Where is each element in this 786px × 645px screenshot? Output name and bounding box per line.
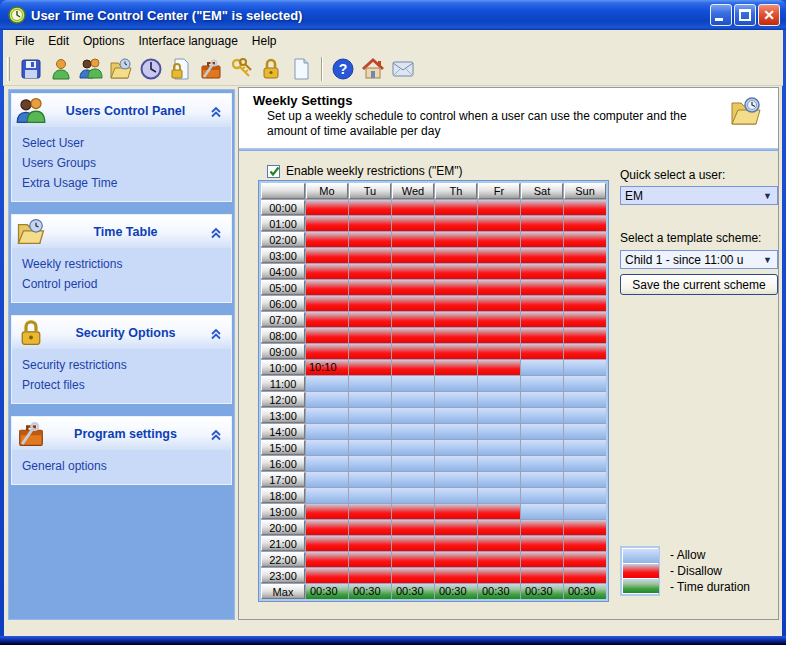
schedule-cell[interactable] — [478, 376, 520, 391]
schedule-cell[interactable] — [392, 488, 434, 503]
schedule-cell[interactable] — [478, 472, 520, 487]
schedule-cell[interactable] — [521, 264, 563, 279]
schedule-cell[interactable] — [306, 264, 348, 279]
schedule-cell[interactable] — [306, 536, 348, 551]
max-duration-cell[interactable]: 00:30 — [478, 584, 520, 599]
schedule-cell[interactable] — [392, 392, 434, 407]
schedule-cell[interactable] — [306, 408, 348, 423]
schedule-cell[interactable] — [521, 520, 563, 535]
max-duration-cell[interactable]: 00:30 — [435, 584, 477, 599]
menu-item-interface-language[interactable]: Interface language — [131, 32, 244, 50]
schedule-cell[interactable] — [349, 536, 391, 551]
schedule-cell[interactable] — [392, 232, 434, 247]
day-header-fr[interactable]: Fr — [478, 183, 520, 199]
maximize-button[interactable] — [734, 4, 756, 26]
users-button[interactable] — [76, 55, 106, 83]
hour-header-00-00[interactable]: 00:00 — [261, 200, 305, 215]
schedule-cell[interactable] — [392, 248, 434, 263]
schedule-cell[interactable] — [306, 472, 348, 487]
schedule-cell[interactable] — [564, 344, 606, 359]
schedule-cell[interactable] — [478, 280, 520, 295]
schedule-cell[interactable] — [306, 280, 348, 295]
schedule-cell[interactable] — [435, 568, 477, 583]
schedule-cell[interactable] — [392, 536, 434, 551]
schedule-cell[interactable] — [521, 568, 563, 583]
schedule-cell[interactable] — [306, 328, 348, 343]
schedule-cell[interactable] — [306, 392, 348, 407]
schedule-cell[interactable] — [306, 552, 348, 567]
template-scheme-dropdown[interactable]: Child 1 - since 11:00 u ▼ — [620, 250, 778, 269]
schedule-cell[interactable] — [435, 360, 477, 375]
schedule-cell[interactable] — [306, 248, 348, 263]
schedule-cell[interactable] — [564, 264, 606, 279]
schedule-cell[interactable] — [478, 360, 520, 375]
schedule-cell[interactable] — [435, 264, 477, 279]
schedule-cell[interactable] — [349, 472, 391, 487]
panel-header-program-settings[interactable]: Program settings — [12, 417, 231, 450]
sidebar-item-select-user[interactable]: Select User — [12, 133, 231, 153]
schedule-cell[interactable] — [349, 552, 391, 567]
schedule-cell[interactable] — [392, 408, 434, 423]
menu-item-edit[interactable]: Edit — [41, 32, 76, 50]
schedule-cell[interactable] — [306, 376, 348, 391]
schedule-cell[interactable] — [306, 424, 348, 439]
schedule-cell[interactable] — [478, 552, 520, 567]
schedule-cell[interactable] — [392, 504, 434, 519]
schedule-cell[interactable] — [521, 328, 563, 343]
schedule-cell[interactable] — [349, 504, 391, 519]
sidebar-item-extra-usage-time[interactable]: Extra Usage Time — [12, 173, 231, 193]
schedule-cell[interactable] — [564, 536, 606, 551]
schedule-cell[interactable] — [478, 424, 520, 439]
schedule-cell[interactable] — [435, 488, 477, 503]
schedule-cell[interactable] — [521, 408, 563, 423]
hour-header-12-00[interactable]: 12:00 — [261, 392, 305, 407]
padlock-button[interactable] — [256, 55, 286, 83]
hour-header-09-00[interactable]: 09:00 — [261, 344, 305, 359]
schedule-cell[interactable] — [435, 216, 477, 231]
clock-button[interactable] — [136, 55, 166, 83]
schedule-cell[interactable] — [564, 488, 606, 503]
schedule-cell[interactable] — [306, 568, 348, 583]
schedule-cell[interactable] — [564, 472, 606, 487]
schedule-cell[interactable] — [521, 440, 563, 455]
schedule-cell[interactable] — [521, 248, 563, 263]
schedule-cell[interactable] — [564, 440, 606, 455]
schedule-cell[interactable] — [435, 520, 477, 535]
day-header-th[interactable]: Th — [435, 183, 477, 199]
schedule-cell[interactable] — [392, 424, 434, 439]
day-header-sun[interactable]: Sun — [564, 183, 606, 199]
schedule-cell[interactable] — [349, 328, 391, 343]
max-duration-cell[interactable]: 00:30 — [306, 584, 348, 599]
hour-header-11-00[interactable]: 11:00 — [261, 376, 305, 391]
schedule-cell[interactable] — [521, 312, 563, 327]
schedule-cell[interactable] — [349, 264, 391, 279]
schedule-cell[interactable] — [564, 328, 606, 343]
max-duration-cell[interactable]: 00:30 — [521, 584, 563, 599]
schedule-cell[interactable] — [564, 200, 606, 215]
sidebar-item-weekly-restrictions[interactable]: Weekly restrictions — [12, 254, 231, 274]
schedule-cell[interactable] — [392, 344, 434, 359]
schedule-cell[interactable] — [392, 296, 434, 311]
schedule-cell[interactable] — [435, 280, 477, 295]
schedule-cell[interactable] — [478, 328, 520, 343]
save-scheme-button[interactable]: Save the current scheme — [620, 274, 778, 295]
hour-header-14-00[interactable]: 14:00 — [261, 424, 305, 439]
schedule-cell[interactable] — [564, 424, 606, 439]
titlebar[interactable]: User Time Control Center ("EM" is select… — [0, 0, 786, 30]
schedule-cell[interactable] — [521, 552, 563, 567]
schedule-cell[interactable] — [478, 264, 520, 279]
schedule-cell[interactable] — [435, 456, 477, 471]
hour-header-02-00[interactable]: 02:00 — [261, 232, 305, 247]
help-button[interactable]: ? — [328, 55, 358, 83]
schedule-cell[interactable] — [478, 312, 520, 327]
mail-button[interactable] — [388, 55, 418, 83]
schedule-cell[interactable] — [521, 216, 563, 231]
schedule-cell[interactable] — [349, 360, 391, 375]
schedule-cell[interactable] — [564, 568, 606, 583]
schedule-cell[interactable] — [349, 216, 391, 231]
schedule-cell[interactable] — [521, 376, 563, 391]
schedule-cell[interactable] — [521, 424, 563, 439]
schedule-cell[interactable] — [521, 392, 563, 407]
schedule-cell[interactable] — [478, 440, 520, 455]
schedule-cell[interactable] — [435, 232, 477, 247]
